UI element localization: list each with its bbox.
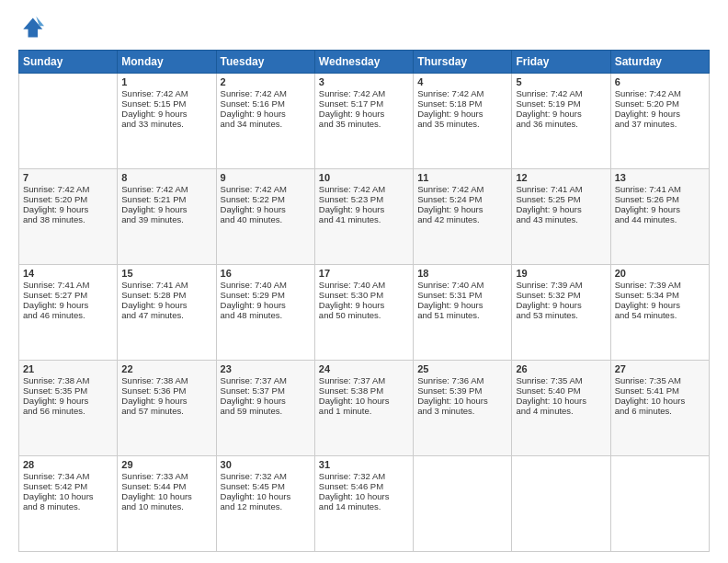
day-info: and 53 minutes. xyxy=(516,310,606,320)
calendar-cell: 5Sunrise: 7:42 AMSunset: 5:19 PMDaylight… xyxy=(512,74,610,169)
day-info: and 39 minutes. xyxy=(121,214,211,224)
day-info: Sunset: 5:39 PM xyxy=(417,385,507,396)
day-number: 16 xyxy=(221,268,311,279)
day-info: Daylight: 9 hours xyxy=(319,300,409,310)
day-info: Sunset: 5:15 PM xyxy=(121,98,211,109)
day-info: and 1 minute. xyxy=(319,406,409,416)
day-info: Sunset: 5:18 PM xyxy=(417,98,507,109)
day-info: Sunset: 5:34 PM xyxy=(615,290,705,300)
day-number: 5 xyxy=(516,76,606,87)
calendar-cell: 23Sunrise: 7:37 AMSunset: 5:37 PMDayligh… xyxy=(216,361,314,456)
day-info: Sunrise: 7:33 AM xyxy=(121,471,211,481)
day-info: Sunset: 5:36 PM xyxy=(121,385,211,396)
calendar-day-header: Friday xyxy=(512,51,610,74)
day-info: and 33 minutes. xyxy=(121,119,211,129)
day-info: and 42 minutes. xyxy=(417,214,507,224)
day-info: Sunrise: 7:42 AM xyxy=(121,184,211,194)
day-number: 21 xyxy=(23,363,113,374)
calendar-cell: 2Sunrise: 7:42 AMSunset: 5:16 PMDaylight… xyxy=(216,74,314,169)
day-info: Daylight: 10 hours xyxy=(319,491,409,501)
day-info: Sunset: 5:46 PM xyxy=(319,481,409,491)
calendar-cell: 9Sunrise: 7:42 AMSunset: 5:22 PMDaylight… xyxy=(216,169,314,265)
day-info: Sunset: 5:25 PM xyxy=(516,194,606,204)
day-number: 4 xyxy=(417,76,507,87)
day-info: Sunrise: 7:37 AM xyxy=(319,375,409,385)
day-info: Daylight: 9 hours xyxy=(516,300,606,310)
day-info: Sunset: 5:35 PM xyxy=(23,385,113,396)
day-info: Daylight: 9 hours xyxy=(221,396,311,406)
day-info: Daylight: 10 hours xyxy=(221,491,311,501)
calendar-cell: 24Sunrise: 7:37 AMSunset: 5:38 PMDayligh… xyxy=(314,361,413,456)
day-info: Sunrise: 7:37 AM xyxy=(221,375,311,385)
day-number: 6 xyxy=(615,76,705,87)
day-number: 19 xyxy=(516,268,606,279)
day-info: Daylight: 9 hours xyxy=(417,109,507,119)
calendar-cell: 21Sunrise: 7:38 AMSunset: 5:35 PMDayligh… xyxy=(19,361,118,456)
calendar-cell: 6Sunrise: 7:42 AMSunset: 5:20 PMDaylight… xyxy=(610,74,709,169)
calendar-cell: 18Sunrise: 7:40 AMSunset: 5:31 PMDayligh… xyxy=(414,265,512,361)
calendar-day-header: Monday xyxy=(118,51,216,74)
day-info: Sunset: 5:37 PM xyxy=(221,385,311,396)
day-number: 30 xyxy=(221,459,311,470)
day-info: Sunset: 5:38 PM xyxy=(319,385,409,396)
day-number: 31 xyxy=(319,459,409,470)
day-info: Daylight: 10 hours xyxy=(121,491,211,501)
day-info: Daylight: 9 hours xyxy=(516,204,606,214)
calendar-cell: 11Sunrise: 7:42 AMSunset: 5:24 PMDayligh… xyxy=(414,169,512,265)
day-info: Sunrise: 7:42 AM xyxy=(221,88,311,98)
day-info: Sunrise: 7:41 AM xyxy=(23,280,113,290)
day-info: Sunrise: 7:39 AM xyxy=(516,280,606,290)
day-info: and 34 minutes. xyxy=(221,119,311,129)
calendar-week-row: 14Sunrise: 7:41 AMSunset: 5:27 PMDayligh… xyxy=(19,265,710,361)
calendar-cell: 16Sunrise: 7:40 AMSunset: 5:29 PMDayligh… xyxy=(216,265,314,361)
day-info: Daylight: 10 hours xyxy=(417,396,507,406)
day-info: and 59 minutes. xyxy=(221,406,311,416)
day-info: and 43 minutes. xyxy=(516,214,606,224)
calendar-cell xyxy=(610,456,709,552)
day-info: Sunrise: 7:35 AM xyxy=(615,375,705,385)
day-info: Sunset: 5:19 PM xyxy=(516,98,606,109)
day-info: Daylight: 9 hours xyxy=(319,109,409,119)
day-info: Sunrise: 7:32 AM xyxy=(221,471,311,481)
day-info: Sunrise: 7:36 AM xyxy=(417,375,507,385)
calendar-cell: 17Sunrise: 7:40 AMSunset: 5:30 PMDayligh… xyxy=(314,265,413,361)
day-info: and 6 minutes. xyxy=(615,406,705,416)
day-number: 12 xyxy=(516,172,606,183)
calendar-day-header: Sunday xyxy=(19,51,118,74)
day-number: 11 xyxy=(417,172,507,183)
day-info: Sunset: 5:28 PM xyxy=(121,290,211,300)
day-info: Daylight: 9 hours xyxy=(221,204,311,214)
day-info: Sunrise: 7:41 AM xyxy=(615,184,705,194)
day-number: 3 xyxy=(319,76,409,87)
day-info: and 36 minutes. xyxy=(516,119,606,129)
day-info: Sunrise: 7:42 AM xyxy=(615,88,705,98)
day-info: and 54 minutes. xyxy=(615,310,705,320)
day-info: Daylight: 9 hours xyxy=(121,109,211,119)
day-info: Daylight: 9 hours xyxy=(615,204,705,214)
day-number: 27 xyxy=(615,363,705,374)
calendar-day-header: Wednesday xyxy=(314,51,413,74)
day-info: Sunset: 5:20 PM xyxy=(23,194,113,204)
day-info: Daylight: 9 hours xyxy=(121,204,211,214)
day-info: Sunset: 5:21 PM xyxy=(121,194,211,204)
day-info: Daylight: 9 hours xyxy=(417,204,507,214)
header xyxy=(18,15,710,40)
day-number: 1 xyxy=(121,76,211,87)
day-info: Sunrise: 7:42 AM xyxy=(417,88,507,98)
day-info: Daylight: 9 hours xyxy=(221,300,311,310)
day-info: and 12 minutes. xyxy=(221,501,311,511)
calendar-cell: 15Sunrise: 7:41 AMSunset: 5:28 PMDayligh… xyxy=(118,265,216,361)
day-info: Daylight: 9 hours xyxy=(319,204,409,214)
calendar-cell: 10Sunrise: 7:42 AMSunset: 5:23 PMDayligh… xyxy=(314,169,413,265)
day-info: Sunset: 5:31 PM xyxy=(417,290,507,300)
day-info: Sunset: 5:30 PM xyxy=(319,290,409,300)
calendar-cell: 13Sunrise: 7:41 AMSunset: 5:26 PMDayligh… xyxy=(610,169,709,265)
calendar-day-header: Saturday xyxy=(610,51,709,74)
day-number: 2 xyxy=(221,76,311,87)
day-info: Daylight: 10 hours xyxy=(319,396,409,406)
calendar-cell: 20Sunrise: 7:39 AMSunset: 5:34 PMDayligh… xyxy=(610,265,709,361)
day-number: 7 xyxy=(23,172,113,183)
calendar-cell: 14Sunrise: 7:41 AMSunset: 5:27 PMDayligh… xyxy=(19,265,118,361)
day-info: Sunrise: 7:38 AM xyxy=(23,375,113,385)
day-info: Sunset: 5:45 PM xyxy=(221,481,311,491)
